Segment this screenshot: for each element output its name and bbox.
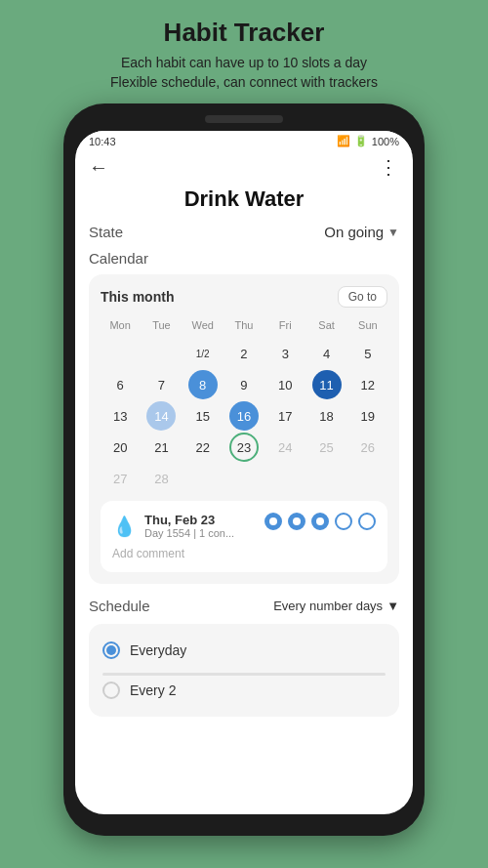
day-detail: 💧 Thu, Feb 23 Day 1554 | 1 con... <box>101 501 387 572</box>
cal-day-14[interactable]: 14 <box>146 401 176 431</box>
cal-empty <box>105 339 135 368</box>
status-time: 10:43 <box>89 136 116 147</box>
cal-day-23[interactable]: 23 <box>229 433 259 462</box>
day-circles <box>264 513 376 530</box>
calendar-card: This month Go to Mon Tue Wed Thu Fri Sat… <box>89 274 399 584</box>
scroll-content: State On going ▼ Calendar This month Go … <box>75 224 413 814</box>
radio-everyday[interactable] <box>102 641 120 659</box>
cal-empty <box>146 339 176 368</box>
cal-day-2[interactable]: 2 <box>229 339 259 368</box>
circle-2[interactable] <box>288 513 305 530</box>
cal-day-8[interactable]: 8 <box>188 370 218 399</box>
cal-day-15[interactable]: 15 <box>188 401 218 431</box>
cal-day-4[interactable]: 4 <box>312 339 342 368</box>
state-label: State <box>89 224 123 240</box>
cal-day-10[interactable]: 10 <box>270 370 300 399</box>
cal-day-12[interactable]: 12 <box>353 370 383 399</box>
cal-day-3[interactable]: 3 <box>270 339 300 368</box>
cal-day-20[interactable]: 20 <box>105 433 135 462</box>
cal-day-16[interactable]: 16 <box>229 401 259 431</box>
day-detail-subtitle: Day 1554 | 1 con... <box>144 527 234 539</box>
day-header-mon: Mon <box>101 317 140 337</box>
schedule-header: Schedule Every number days ▼ <box>89 598 399 614</box>
every2-label: Every 2 <box>130 682 176 698</box>
calendar-grid: Mon Tue Wed Thu Fri Sat Sun 1/2 2 3 4 5 <box>101 317 387 493</box>
day-header-sat: Sat <box>306 317 346 337</box>
day-detail-info: Thu, Feb 23 Day 1554 | 1 con... <box>144 513 234 539</box>
everyday-label: Everyday <box>130 642 186 658</box>
cal-day-19[interactable]: 19 <box>353 401 383 431</box>
schedule-value-text: Every number days <box>273 599 383 613</box>
schedule-option-everyday[interactable]: Everyday <box>102 636 386 665</box>
page-title: Drink Water <box>75 186 413 212</box>
cal-day-13[interactable]: 13 <box>105 401 135 431</box>
phone-screen: 10:43 📶 🔋 100% ← ⋮ Drink Water State On … <box>75 131 413 814</box>
schedule-card: Everyday Every 2 <box>89 624 399 717</box>
status-icons: 📶 🔋 100% <box>337 135 399 147</box>
day-header-wed: Wed <box>183 317 223 337</box>
goto-button[interactable]: Go to <box>338 286 387 308</box>
battery-icon: 🔋 <box>354 135 368 147</box>
cal-day-11[interactable]: 11 <box>312 370 342 399</box>
circle-5[interactable] <box>358 513 376 530</box>
circle-1[interactable] <box>264 513 282 530</box>
day-header-tue: Tue <box>142 317 181 337</box>
back-button[interactable]: ← <box>89 156 108 179</box>
schedule-option-every2[interactable]: Every 2 <box>102 676 386 705</box>
phone-device: 10:43 📶 🔋 100% ← ⋮ Drink Water State On … <box>63 103 425 836</box>
state-value-dropdown[interactable]: On going ▼ <box>324 224 399 240</box>
cal-day-6[interactable]: 6 <box>105 370 135 399</box>
day-detail-header: 💧 Thu, Feb 23 Day 1554 | 1 con... <box>112 513 376 539</box>
day-detail-left: 💧 Thu, Feb 23 Day 1554 | 1 con... <box>112 513 234 539</box>
app-subtitle: Each habit can have up to 10 slots a day… <box>110 54 378 92</box>
state-value-text: On going <box>324 224 384 240</box>
cal-day-9[interactable]: 9 <box>229 370 259 399</box>
signal-icon: 📶 <box>337 135 350 147</box>
status-bar: 10:43 📶 🔋 100% <box>75 131 413 151</box>
phone-notch <box>205 115 283 123</box>
water-icon: 💧 <box>112 515 137 538</box>
state-chevron-icon: ▼ <box>387 226 399 239</box>
state-row: State On going ▼ <box>89 224 399 240</box>
day-header-fri: Fri <box>265 317 305 337</box>
day-header-sun: Sun <box>348 317 387 337</box>
app-title: Habit Tracker <box>110 18 378 48</box>
cal-day-18[interactable]: 18 <box>312 401 342 431</box>
more-button[interactable]: ⋮ <box>379 155 399 179</box>
cal-day-1[interactable]: 1/2 <box>188 339 218 368</box>
radio-every2[interactable] <box>102 682 120 699</box>
cal-day-7[interactable]: 7 <box>146 370 176 399</box>
cal-day-21[interactable]: 21 <box>146 433 176 462</box>
schedule-chevron-icon: ▼ <box>386 599 399 613</box>
cal-day-17[interactable]: 17 <box>270 401 300 431</box>
cal-day-26: 26 <box>353 433 383 462</box>
battery-percent: 100% <box>372 136 399 147</box>
calendar-month: This month <box>101 289 174 305</box>
circle-4[interactable] <box>335 513 352 530</box>
circle-3[interactable] <box>311 513 329 530</box>
schedule-label: Schedule <box>89 598 150 614</box>
calendar-header: This month Go to <box>101 286 387 308</box>
cal-day-24: 24 <box>270 433 300 462</box>
cal-day-5[interactable]: 5 <box>353 339 383 368</box>
add-comment[interactable]: Add comment <box>112 547 376 560</box>
cal-day-25: 25 <box>312 433 342 462</box>
day-header-thu: Thu <box>224 317 264 337</box>
cal-day-28: 28 <box>146 464 176 493</box>
schedule-dropdown[interactable]: Every number days ▼ <box>273 599 399 613</box>
calendar-label: Calendar <box>89 250 399 267</box>
nav-bar: ← ⋮ <box>75 151 413 186</box>
day-detail-date: Thu, Feb 23 <box>144 513 234 527</box>
cal-day-27: 27 <box>105 464 135 493</box>
cal-day-22[interactable]: 22 <box>188 433 218 462</box>
radio-inner-everyday <box>106 645 116 655</box>
app-header: Habit Tracker Each habit can have up to … <box>91 0 397 103</box>
